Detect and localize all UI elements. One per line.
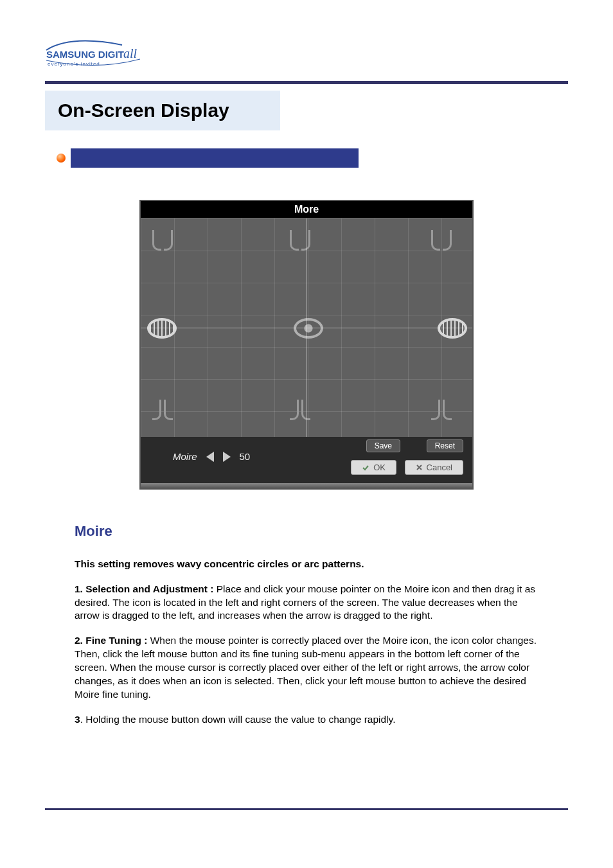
osd-title: More bbox=[141, 201, 472, 218]
section-heading: Moire bbox=[75, 522, 538, 541]
reset-button[interactable]: Reset bbox=[427, 439, 463, 452]
paragraph-2: 2. Fine Tuning : When the mouse pointer … bbox=[75, 634, 538, 702]
page-title-banner: On-Screen Display bbox=[45, 91, 568, 130]
brand-logo: SAMSUNG DIGIT all everyone's invited bbox=[45, 39, 568, 68]
section-bar-fill bbox=[71, 148, 359, 168]
check-icon bbox=[362, 464, 369, 472]
cancel-button[interactable]: Cancel bbox=[405, 460, 463, 475]
osd-param-value: 50 bbox=[240, 451, 251, 462]
osd-controls: Save Reset Moire 50 OK Cancel bbox=[141, 437, 472, 483]
osd-panel: More Save Reset Moire bbox=[139, 200, 474, 490]
osd-footer bbox=[141, 483, 472, 488]
bullet-icon bbox=[57, 154, 66, 163]
osd-param: Moire 50 bbox=[173, 451, 250, 462]
osd-grid[interactable] bbox=[141, 218, 472, 437]
bottom-divider bbox=[45, 808, 568, 810]
section-bar bbox=[45, 148, 568, 168]
save-button[interactable]: Save bbox=[366, 439, 400, 452]
moire-icon-center[interactable] bbox=[294, 318, 323, 339]
section-intro: This setting removes wavy concentric cir… bbox=[75, 558, 538, 571]
osd-param-name: Moire bbox=[173, 451, 197, 462]
close-icon bbox=[416, 464, 423, 471]
svg-text:all: all bbox=[123, 46, 138, 60]
page-title: On-Screen Display bbox=[58, 100, 555, 121]
svg-text:SAMSUNG DIGIT: SAMSUNG DIGIT bbox=[46, 49, 124, 60]
increase-arrow-icon[interactable] bbox=[223, 452, 231, 462]
moire-icon-right[interactable] bbox=[438, 318, 467, 339]
moire-icon-left[interactable] bbox=[147, 318, 177, 339]
top-divider bbox=[45, 81, 568, 84]
paragraph-3: 3. Holding the mouse button down will ca… bbox=[75, 713, 538, 727]
decrease-arrow-icon[interactable] bbox=[206, 452, 214, 462]
body-content: Moire This setting removes wavy concentr… bbox=[45, 522, 568, 727]
ok-button[interactable]: OK bbox=[351, 460, 396, 475]
paragraph-1: 1. Selection and Adjustment : Place and … bbox=[75, 583, 538, 623]
